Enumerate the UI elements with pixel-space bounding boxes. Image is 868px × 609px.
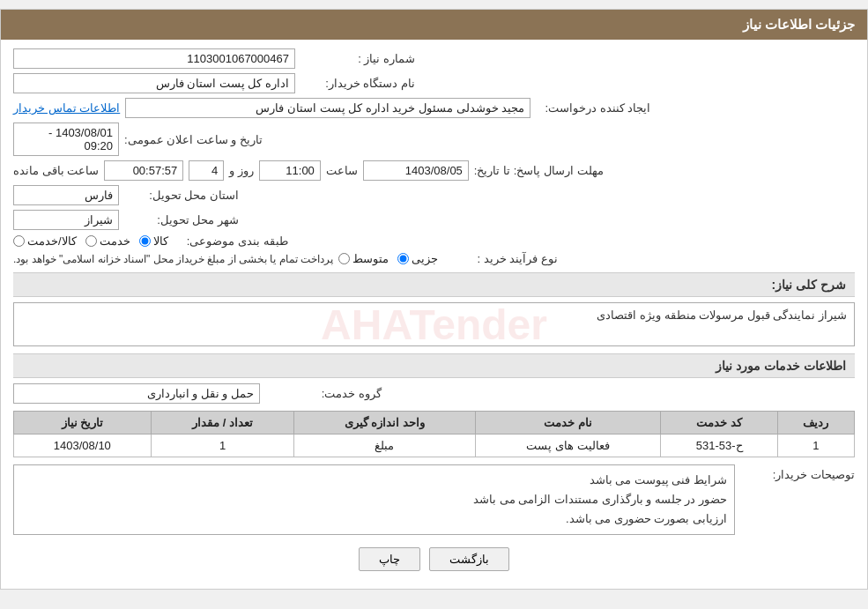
creator-row: ایجاد کننده درخواست: مجید خوشدلی مسئول خ… bbox=[13, 98, 855, 118]
category-option-khedmat: خدمت bbox=[85, 234, 130, 248]
deadline-days-label: روز و bbox=[229, 164, 254, 177]
procurement-note: پرداخت تمام یا بخشی از مبلغ خریداز محل "… bbox=[13, 253, 333, 265]
table-cell-unit: مبلغ bbox=[294, 434, 475, 457]
back-button[interactable]: بازگشت bbox=[429, 547, 509, 571]
need-description-text: شیراز نمایندگی قبول مرسولات منطقه ویژه ا… bbox=[597, 308, 847, 322]
table-cell-date: 1403/08/10 bbox=[14, 434, 152, 457]
announce-label: تاریخ و ساعت اعلان عمومی: bbox=[124, 133, 263, 146]
procurement-radio-group: متوسط جزیی bbox=[338, 252, 438, 265]
col-code: کد خدمت bbox=[661, 412, 777, 434]
col-name: نام خدمت bbox=[475, 412, 661, 434]
category-label-kala-khedmat: کالا/خدمت bbox=[27, 234, 77, 248]
procurement-radio-jozyi[interactable] bbox=[397, 253, 409, 264]
service-group-label: گروه خدمت: bbox=[267, 387, 382, 400]
creator-value: مجید خوشدلی مسئول خرید اداره کل پست استا… bbox=[125, 98, 530, 118]
print-button[interactable]: چاپ bbox=[359, 547, 420, 571]
service-group-row: گروه خدمت: حمل و نقل و انبارداری bbox=[13, 383, 855, 404]
page-wrapper: جزئیات اطلاعات نیاز شماره نیاز : 1103001… bbox=[0, 9, 868, 590]
table-row: 1ح-53-531فعالیت های پستمبلغ11403/08/10 bbox=[14, 434, 855, 457]
col-date: تاریخ نیاز bbox=[14, 412, 152, 434]
procurement-radio-motavsat[interactable] bbox=[338, 253, 350, 264]
deadline-days: 4 bbox=[189, 160, 224, 181]
need-description-value: شیراز نمایندگی قبول مرسولات منطقه ویژه ا… bbox=[13, 302, 855, 346]
services-table: ردیف کد خدمت نام خدمت واحد اندازه گیری ت… bbox=[13, 411, 855, 457]
deadline-time: 11:00 bbox=[259, 160, 321, 181]
deadline-date: 1403/08/05 bbox=[363, 160, 469, 181]
province-value: فارس bbox=[13, 185, 119, 205]
watermark: AHATender bbox=[321, 301, 547, 349]
category-label-khedmat: خدمت bbox=[100, 234, 130, 248]
province-label: استان محل تحویل: bbox=[124, 189, 239, 202]
deadline-label: مهلت ارسال پاسخ: تا تاریخ: bbox=[474, 164, 604, 177]
col-unit: واحد اندازه گیری bbox=[294, 412, 475, 434]
province-row: استان محل تحویل: فارس bbox=[13, 185, 855, 205]
category-radio-kala[interactable] bbox=[139, 235, 151, 247]
buyer-notes-label: توصیحات خریدار: bbox=[740, 464, 855, 481]
table-cell-name: فعالیت های پست bbox=[475, 434, 661, 457]
procurement-label: نوع فرآیند خرید : bbox=[443, 252, 558, 265]
service-group-value: حمل و نقل و انبارداری bbox=[13, 383, 260, 404]
table-cell-index: 1 bbox=[777, 434, 854, 457]
services-table-section: ردیف کد خدمت نام خدمت واحد اندازه گیری ت… bbox=[13, 411, 855, 457]
need-number-label: شماره نیاز : bbox=[300, 52, 415, 65]
category-radio-kala-khedmat[interactable] bbox=[13, 235, 25, 247]
category-option-kala: کالا bbox=[139, 234, 168, 248]
category-row: طبقه بندی موضوعی: کالا/خدمت خدمت کالا bbox=[13, 234, 855, 248]
procurement-label-jozyi: جزیی bbox=[412, 252, 438, 265]
buyer-notes-row: توصیحات خریدار: شرایط فنی پیوست می باشدح… bbox=[13, 464, 855, 535]
need-number-value: 1103001067000467 bbox=[13, 48, 295, 69]
buyer-note-line: ارزیابی بصورت حضوری می باشد. bbox=[21, 509, 727, 529]
announce-value: 1403/08/01 - 09:20 bbox=[13, 123, 119, 156]
category-label-kala: کالا bbox=[153, 234, 168, 248]
deadline-time-label: ساعت bbox=[326, 164, 358, 177]
need-description-section-title: شرح کلی نیاز: bbox=[13, 272, 855, 297]
buttons-row: بازگشت چاپ bbox=[13, 547, 855, 571]
deadline-remain-label: ساعت باقی مانده bbox=[13, 164, 99, 177]
buyer-org-row: نام دستگاه خریدار: اداره کل پست استان فا… bbox=[13, 73, 855, 93]
buyer-org-value: اداره کل پست استان فارس bbox=[13, 73, 295, 93]
city-value: شیراز bbox=[13, 210, 119, 230]
buyer-note-line: شرایط فنی پیوست می باشد bbox=[21, 471, 727, 490]
creator-link[interactable]: اطلاعات تماس خریدار bbox=[13, 101, 120, 115]
page-title: جزئیات اطلاعات نیاز bbox=[743, 17, 855, 32]
services-section-title: اطلاعات خدمات مورد نیاز bbox=[13, 353, 855, 378]
content-area: شماره نیاز : 1103001067000467 نام دستگاه… bbox=[1, 40, 867, 589]
category-radio-group: کالا/خدمت خدمت کالا bbox=[13, 234, 168, 248]
page-header: جزئیات اطلاعات نیاز bbox=[1, 10, 867, 40]
need-number-row: شماره نیاز : 1103001067000467 bbox=[13, 48, 855, 69]
procurement-label-motavsat: متوسط bbox=[352, 252, 389, 265]
col-qty: تعداد / مقدار bbox=[151, 412, 294, 434]
city-row: شهر محل تحویل: شیراز bbox=[13, 210, 855, 230]
category-label: طبقه بندی موضوعی: bbox=[174, 234, 288, 248]
table-cell-code: ح-53-531 bbox=[661, 434, 777, 457]
procurement-option-jozyi: جزیی bbox=[397, 252, 438, 265]
creator-label: ایجاد کننده درخواست: bbox=[536, 101, 650, 115]
buyer-org-label: نام دستگاه خریدار: bbox=[300, 77, 415, 90]
buyer-notes-value: شرایط فنی پیوست می باشدحضور در جلسه و با… bbox=[13, 464, 735, 535]
procurement-row: نوع فرآیند خرید : متوسط جزیی پرداخت تمام… bbox=[13, 252, 855, 265]
procurement-option-motavsat: متوسط bbox=[338, 252, 389, 265]
city-label: شهر محل تحویل: bbox=[124, 213, 239, 227]
announce-row: تاریخ و ساعت اعلان عمومی: 1403/08/01 - 0… bbox=[13, 123, 855, 156]
table-header-row: ردیف کد خدمت نام خدمت واحد اندازه گیری ت… bbox=[14, 412, 855, 434]
col-index: ردیف bbox=[777, 412, 854, 434]
table-body: 1ح-53-531فعالیت های پستمبلغ11403/08/10 bbox=[14, 434, 855, 457]
deadline-remain: 00:57:57 bbox=[104, 160, 183, 181]
need-description-container: شیراز نمایندگی قبول مرسولات منطقه ویژه ا… bbox=[13, 302, 855, 346]
table-cell-quantity: 1 bbox=[151, 434, 294, 457]
buyer-note-line: حضور در جلسه و بارگذاری مستندات الزامی م… bbox=[21, 490, 727, 509]
category-radio-khedmat[interactable] bbox=[85, 235, 97, 247]
deadline-row: مهلت ارسال پاسخ: تا تاریخ: 1403/08/05 سا… bbox=[13, 160, 855, 181]
category-option-kala-khedmat: کالا/خدمت bbox=[13, 234, 77, 248]
